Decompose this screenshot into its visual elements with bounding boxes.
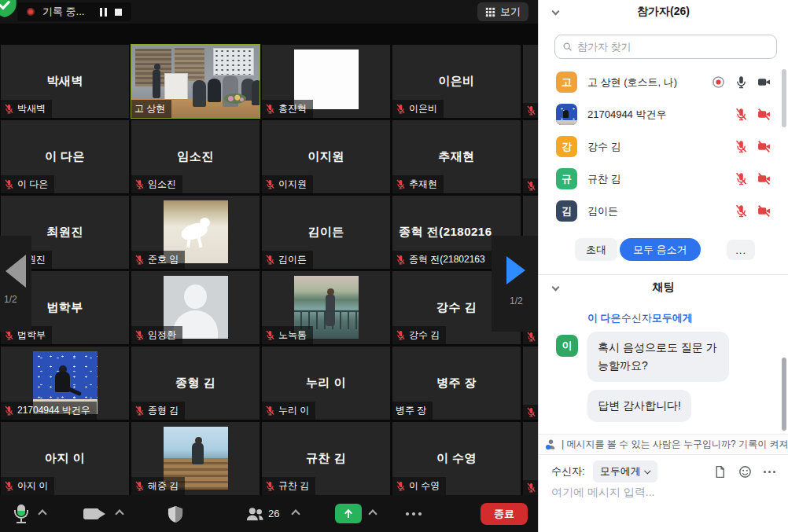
tile-name-label: 병주 장 <box>392 402 433 420</box>
chat-message-input[interactable] <box>551 486 776 498</box>
avatar <box>556 104 577 125</box>
participant-row[interactable]: 강 강수 김 <box>539 130 788 163</box>
video-options-chevron[interactable] <box>116 495 123 532</box>
participant-row[interactable]: 규 규찬 김 <box>539 163 788 195</box>
video-tile[interactable]: 규찬 김 규찬 김 <box>262 422 390 495</box>
mute-button[interactable] <box>11 495 31 532</box>
mic-muted-icon <box>265 330 275 340</box>
stop-recording-button[interactable] <box>115 5 122 19</box>
video-button[interactable] <box>83 495 107 532</box>
tile-name-label: 해중 김 <box>131 477 185 495</box>
participants-options-chevron[interactable] <box>293 495 299 532</box>
encryption-shield-icon[interactable] <box>0 0 17 17</box>
video-tile[interactable]: 종형 김 종형 김 <box>131 347 260 420</box>
end-meeting-button[interactable]: 종료 <box>481 503 528 525</box>
video-tile[interactable]: 준호 임 <box>131 196 260 269</box>
mic-muted-icon <box>134 481 145 491</box>
video-tile[interactable]: 홍진혁 <box>262 45 390 118</box>
video-tile[interactable]: 병주 장 병주 장 <box>392 347 521 420</box>
view-button[interactable]: 보기 <box>477 2 528 21</box>
search-input[interactable] <box>577 41 769 53</box>
next-page-arrow[interactable] <box>506 256 525 284</box>
privacy-person-icon <box>546 438 558 450</box>
chat-scrollbar[interactable] <box>782 358 786 431</box>
video-tile[interactable]: 아지 이 아지 이 <box>1 422 129 495</box>
participants-header: 참가자(26) <box>539 0 788 24</box>
video-tile-partial[interactable] <box>523 120 538 193</box>
mic-muted-icon <box>396 255 406 265</box>
avatar: 김 <box>556 200 577 222</box>
video-tile[interactable]: 임소진 임소진 <box>131 120 260 193</box>
participant-row[interactable]: 김 김이든 <box>539 195 788 227</box>
mute-all-button[interactable]: 모두 음소거 <box>620 238 701 261</box>
mic-muted-icon <box>526 105 536 116</box>
more-button[interactable] <box>406 495 422 532</box>
mic-muted-icon <box>4 179 14 189</box>
participant-search <box>554 35 777 59</box>
prev-page-arrow[interactable] <box>6 255 26 288</box>
mic-muted-icon <box>4 104 14 114</box>
video-tile[interactable]: 누리 이 누리 이 <box>262 347 390 420</box>
video-tile[interactable]: 추재현 추재현 <box>392 120 521 193</box>
video-tile[interactable]: 해중 김 <box>131 422 260 495</box>
share-options-chevron[interactable] <box>370 495 376 532</box>
mic-muted-icon <box>526 407 536 417</box>
camera-icon <box>83 506 107 522</box>
participant-row[interactable]: 고 고 상현 (호스트, 나) <box>539 66 788 98</box>
participants-scrollbar[interactable] <box>782 69 786 127</box>
video-tile[interactable]: 21704944 박건우 <box>1 347 129 420</box>
video-tile-partial[interactable] <box>523 45 538 118</box>
video-tile[interactable]: 김이든 김이든 <box>262 196 390 269</box>
video-tile-partial[interactable] <box>523 422 538 495</box>
microphone-icon <box>11 503 31 525</box>
video-tile[interactable]: 이은비 이은비 <box>392 45 521 118</box>
video-tile[interactable]: 이지원 이지원 <box>262 120 390 193</box>
video-tile[interactable]: 임정환 <box>131 271 260 344</box>
audio-options-chevron[interactable] <box>39 495 46 532</box>
avatar: 규 <box>556 168 577 189</box>
tile-name-label: 임정환 <box>131 326 182 344</box>
recipient-selector[interactable]: 모두에게 <box>593 460 657 482</box>
mic-muted-icon <box>134 330 145 340</box>
video-tile[interactable]: 박새벽 박새벽 <box>1 45 129 118</box>
collapse-chat-chevron[interactable] <box>552 284 560 292</box>
chat-message: 답변 감사합니다! <box>587 390 691 422</box>
mic-muted-icon <box>265 179 275 189</box>
video-tile[interactable]: 이 수영 이 수영 <box>392 422 521 495</box>
recording-indicator: 기록 중... <box>17 2 131 21</box>
chat-more-button[interactable] <box>764 471 775 473</box>
participants-button[interactable]: 26 <box>245 495 279 532</box>
panel-divider <box>539 274 788 275</box>
mic-muted-icon <box>396 179 406 189</box>
chat-recipient[interactable]: 모두에게 <box>652 312 693 324</box>
attach-file-button[interactable] <box>713 465 727 479</box>
avatar: 강 <box>556 136 577 157</box>
video-tile[interactable]: 이 다은 이 다은 <box>1 120 129 193</box>
recording-status-icon <box>712 75 725 89</box>
tile-name-label: 이 수영 <box>392 477 446 495</box>
participant-count: 26 <box>268 508 279 519</box>
camera-off-icon <box>757 140 771 153</box>
participants-more-button[interactable]: ... <box>727 240 755 260</box>
participant-row[interactable]: 21704944 박건우 <box>539 98 788 130</box>
video-tile-partial[interactable] <box>523 347 538 420</box>
chat-sender[interactable]: 이 다은 <box>587 312 621 324</box>
mic-muted-icon <box>134 179 145 189</box>
video-tile[interactable]: 노녹톰 <box>262 271 390 344</box>
notice-text: | 메시지를 볼 수 있는 사람은 누구입니까? 기록이 켜져 <box>562 438 788 451</box>
invite-button[interactable]: 초대 <box>575 238 617 261</box>
share-screen-button[interactable] <box>335 495 362 532</box>
more-icon <box>406 512 422 515</box>
video-tile-active-speaker[interactable]: 고 상현 <box>131 45 260 118</box>
tile-name-label: 박새벽 <box>1 100 52 118</box>
mic-muted-icon <box>396 104 406 114</box>
participant-name: 규찬 김 <box>587 172 724 186</box>
mic-muted-icon <box>265 104 275 114</box>
pause-recording-button[interactable] <box>100 5 107 19</box>
search-icon <box>562 42 573 52</box>
tile-name-label: 누리 이 <box>262 402 315 420</box>
emoji-button[interactable] <box>738 465 752 479</box>
security-button[interactable] <box>167 495 184 532</box>
chat-header: 채팅 <box>539 277 788 299</box>
collapse-participants-chevron[interactable] <box>552 8 560 16</box>
